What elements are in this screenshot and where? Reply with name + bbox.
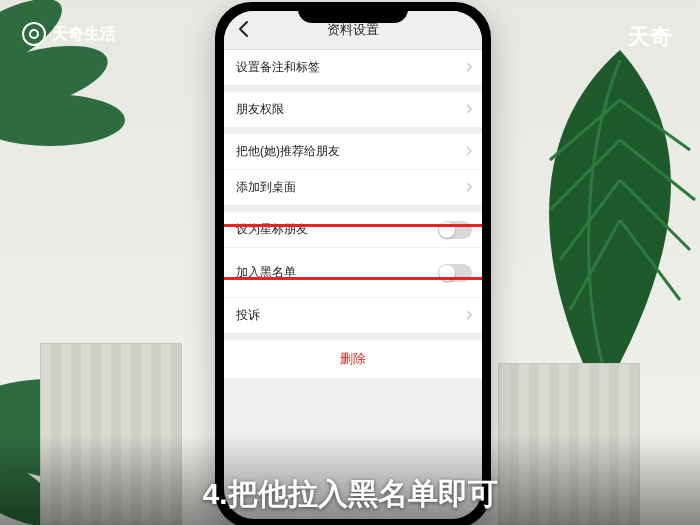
row-recommend-to-friend[interactable]: 把他(她)推荐给朋友 <box>224 134 482 170</box>
delete-button[interactable]: 删除 <box>224 340 482 378</box>
row-label: 设置备注和标签 <box>236 59 320 76</box>
chevron-right-icon <box>464 145 474 159</box>
row-label: 投诉 <box>236 307 260 324</box>
chevron-right-icon <box>464 181 474 195</box>
phone-frame: 资料设置 设置备注和标签 朋友权限 把他(她)推荐给朋友 添加 <box>215 2 491 525</box>
row-star-friend[interactable]: 设为星标朋友 <box>224 212 482 248</box>
phone-screen: 资料设置 设置备注和标签 朋友权限 把他(她)推荐给朋友 添加 <box>224 11 482 519</box>
brand-logo-right: 天奇 <box>628 22 672 52</box>
toggle-star-friend[interactable] <box>438 221 472 239</box>
row-add-to-desktop[interactable]: 添加到桌面 <box>224 170 482 206</box>
brand-logo-text: 天奇生活 <box>52 24 116 45</box>
back-button[interactable] <box>234 19 254 39</box>
brand-logo-left: 天奇生活 <box>22 22 116 46</box>
tutorial-caption: 4.把他拉入黑名单即可 <box>0 474 700 515</box>
page-title: 资料设置 <box>327 21 379 39</box>
brand-logo-icon <box>22 22 46 46</box>
chevron-right-icon <box>464 309 474 323</box>
row-label: 朋友权限 <box>236 101 284 118</box>
delete-label: 删除 <box>340 351 366 366</box>
row-friend-permissions[interactable]: 朋友权限 <box>224 92 482 128</box>
row-add-to-blacklist[interactable]: 加入黑名单 <box>224 248 482 298</box>
row-remark-and-tags[interactable]: 设置备注和标签 <box>224 50 482 86</box>
svg-point-2 <box>0 94 125 146</box>
row-report[interactable]: 投诉 <box>224 298 482 334</box>
chevron-right-icon <box>464 103 474 117</box>
chevron-right-icon <box>464 61 474 75</box>
row-label: 添加到桌面 <box>236 179 296 196</box>
toggle-blacklist[interactable] <box>438 264 472 282</box>
row-label: 加入黑名单 <box>236 264 296 281</box>
row-label: 把他(她)推荐给朋友 <box>236 143 340 160</box>
phone-notch <box>298 5 408 23</box>
row-label: 设为星标朋友 <box>236 221 308 238</box>
